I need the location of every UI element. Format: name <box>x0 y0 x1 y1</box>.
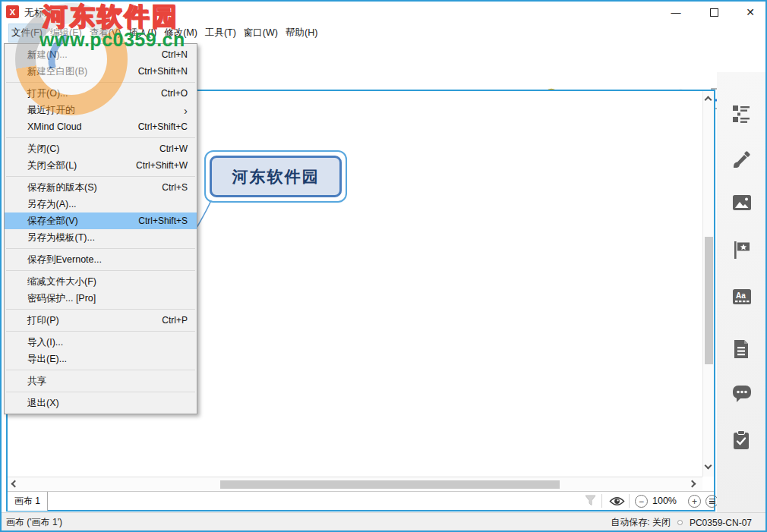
menu-item-label: 另存为模板(T)... <box>27 231 95 244</box>
menu-item-label: 退出(X) <box>27 397 59 410</box>
menu-item-label: 保存全部(V) <box>27 215 78 228</box>
menu-separator <box>6 392 195 392</box>
menu-item-label: XMind Cloud <box>27 121 82 132</box>
menubar-item[interactable]: 帮助(H) <box>282 24 320 42</box>
menu-item-label: 关闭(C) <box>27 143 59 156</box>
menu-item-label: 关闭全部(L) <box>27 159 77 172</box>
outline-panel-icon[interactable] <box>731 104 753 125</box>
menu-item-label: 保存到Evernote... <box>27 253 102 266</box>
svg-text:Aa: Aa <box>736 291 746 300</box>
menu-item-label: 缩减文件大小(F) <box>27 275 96 288</box>
menu-item-label: 导出(E)... <box>27 353 67 366</box>
menu-item-label: 导入(I)... <box>27 336 63 349</box>
scroll-right-icon[interactable] <box>689 480 696 488</box>
menu-item[interactable]: 导入(I)... <box>5 334 197 351</box>
format-brush-icon[interactable] <box>731 149 753 170</box>
scroll-up-icon[interactable] <box>705 96 712 104</box>
menu-item[interactable]: 缩减文件大小(F) <box>5 273 197 290</box>
menu-item[interactable]: 关闭全部(L)Ctrl+Shift+W <box>5 157 197 174</box>
menu-item[interactable]: XMind CloudCtrl+Shift+C <box>5 118 197 135</box>
machine-name: PC0359-CN-07 <box>690 518 752 528</box>
menu-item-shortcut: Ctrl+S <box>162 182 188 193</box>
central-topic[interactable]: 河东软件园 <box>210 156 342 197</box>
menu-separator <box>6 137 195 138</box>
menu-item[interactable]: 退出(X) <box>5 395 197 411</box>
watermark-url: www.pc0359.cn <box>39 29 185 51</box>
status-bar: 画布 ('画布 1') 自动保存: 关闭 PC0359-CN-07 <box>0 512 767 532</box>
menu-item[interactable]: 密码保护... [Pro] <box>5 290 197 307</box>
comment-panel-icon[interactable] <box>731 384 753 405</box>
menu-item[interactable]: 另存为模板(T)... <box>5 229 197 246</box>
preview-eye-icon[interactable] <box>609 496 625 507</box>
menu-item-label: 打印(P) <box>27 314 59 327</box>
close-button[interactable]: ✕ <box>740 3 761 21</box>
connection-dot-icon <box>677 520 683 525</box>
menubar-item[interactable]: 窗口(W) <box>241 24 281 42</box>
autosave-status: 自动保存: 关闭 <box>611 516 671 529</box>
menu-item-shortcut: Ctrl+O <box>161 88 188 99</box>
minimize-button[interactable]: — <box>665 3 687 21</box>
menu-item[interactable]: 导出(E)... <box>5 351 197 367</box>
menu-separator <box>6 309 195 310</box>
menu-item-shortcut: Ctrl+W <box>159 143 188 154</box>
scroll-down-icon[interactable] <box>705 462 712 470</box>
horizontal-scrollbar-thumb[interactable] <box>220 480 560 489</box>
menu-separator <box>6 270 195 271</box>
zoom-out-button[interactable]: − <box>635 495 648 508</box>
menu-item-label: 共享 <box>27 375 46 388</box>
menu-item[interactable]: 保存新的版本(S)Ctrl+S <box>5 179 197 196</box>
zoom-level: 100% <box>652 496 677 506</box>
menu-item[interactable]: 打印(P)Ctrl+P <box>5 312 197 329</box>
vertical-scrollbar-thumb[interactable] <box>705 237 713 364</box>
menu-item[interactable]: 保存全部(V)Ctrl+Shift+S <box>5 212 197 229</box>
menu-item-shortcut: Ctrl+Shift+W <box>136 160 188 171</box>
menubar-item[interactable]: 工具(T) <box>202 24 239 42</box>
image-panel-icon[interactable] <box>731 193 753 214</box>
menu-item-shortcut: Ctrl+P <box>162 315 188 326</box>
menu-item-label: 保存新的版本(S) <box>27 181 97 194</box>
menu-separator <box>6 248 195 249</box>
menu-item[interactable]: 共享 <box>5 373 197 389</box>
app-window: X 无标题 — ✕ 文件(F)编辑(E)查看(V)插入(I)修改(M)工具(T)… <box>0 0 767 532</box>
sheet-tab-canvas1[interactable]: 画布 1 <box>8 492 48 511</box>
menu-item-shortcut: Ctrl+Shift+C <box>138 121 188 132</box>
xmind-app-icon: X <box>6 5 19 18</box>
menu-item-label: 密码保护... [Pro] <box>27 292 96 305</box>
vertical-scrollbar[interactable] <box>702 91 714 477</box>
sheet-tab-bar: 画布 1 − 100% + <box>8 491 714 510</box>
menu-item-shortcut: Ctrl+N <box>162 49 188 60</box>
menu-item[interactable]: 另存为(A)... <box>5 196 197 212</box>
fit-zoom-icon <box>709 499 715 504</box>
maximize-button[interactable] <box>703 3 724 21</box>
topic-selection-ring: 河东软件园 <box>204 150 347 203</box>
zoom-in-button[interactable]: + <box>688 495 701 508</box>
task-panel-icon[interactable] <box>731 430 753 451</box>
scroll-left-icon[interactable] <box>11 480 19 488</box>
marker-flag-icon[interactable] <box>731 240 753 261</box>
tabbar-separator <box>601 494 602 508</box>
menu-item[interactable]: 关闭(C)Ctrl+W <box>5 140 197 157</box>
menu-separator <box>6 370 195 370</box>
menu-item-label: 另存为(A)... <box>27 198 77 211</box>
menu-separator <box>6 331 195 332</box>
submenu-arrow-icon: › <box>184 105 188 116</box>
horizontal-scrollbar[interactable] <box>8 477 702 491</box>
maximize-icon <box>710 8 718 17</box>
menu-separator <box>6 176 195 177</box>
menu-item-shortcut: Ctrl+Shift+N <box>138 66 188 77</box>
notes-panel-icon[interactable] <box>731 338 753 360</box>
menu-item[interactable]: 保存到Evernote... <box>5 251 197 268</box>
filter-icon[interactable] <box>585 495 596 506</box>
status-selection: 画布 ('画布 1') <box>6 516 62 529</box>
label-panel-icon[interactable]: Aa <box>731 288 753 309</box>
menu-item-shortcut: Ctrl+Shift+S <box>138 216 188 226</box>
tabbar-separator <box>629 494 630 508</box>
